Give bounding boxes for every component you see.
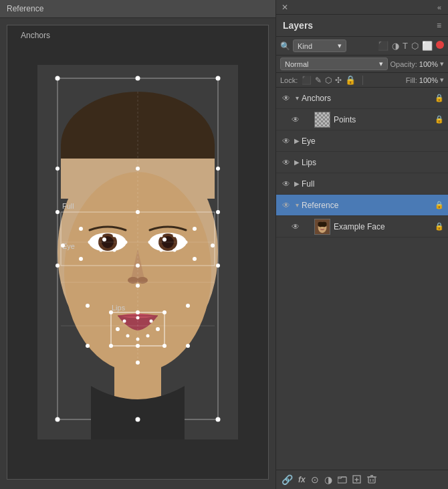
svg-point-13 xyxy=(102,237,106,241)
lock-bar: Lock: ⬛ ✎ ⬡ ✣ 🔒 Fill: 100% ▾ xyxy=(276,73,448,88)
svg-point-34 xyxy=(55,167,60,171)
face-image-wrapper: Full Eye Lips xyxy=(37,65,238,439)
expand-full[interactable]: ▶ xyxy=(292,178,302,190)
fill-value[interactable]: 100% xyxy=(419,76,438,84)
lock-example-face: 🔒 xyxy=(435,222,444,231)
svg-point-51 xyxy=(86,344,90,348)
kind-dropdown[interactable]: Kind ▾ xyxy=(293,39,346,52)
svg-point-63 xyxy=(123,320,126,323)
svg-rect-85 xyxy=(318,221,327,226)
layer-item-points[interactable]: 👁 Points 🔒 xyxy=(276,109,448,130)
kind-label: Kind xyxy=(298,42,312,50)
lock-divider xyxy=(362,76,363,85)
svg-point-72 xyxy=(185,241,188,244)
layer-name-eye: Eye xyxy=(302,136,444,146)
layer-name-anchors: Anchors xyxy=(302,94,435,103)
panel-header: Layers ≡ xyxy=(276,15,448,37)
lock-pixel-icon[interactable]: ⬛ xyxy=(302,76,312,85)
lock-all-icon[interactable]: 🔒 xyxy=(345,75,356,85)
svg-point-61 xyxy=(116,327,120,331)
svg-point-73 xyxy=(100,234,103,237)
svg-point-77 xyxy=(100,249,103,252)
fill-arrow: ▾ xyxy=(440,76,444,84)
new-fill-adjustment-icon[interactable]: ⊙ xyxy=(311,474,319,485)
layer-item-anchors[interactable]: 👁 ▾ Anchors 🔒 xyxy=(276,88,448,109)
lock-artboard-icon[interactable]: ⬡ xyxy=(325,76,332,85)
svg-point-49 xyxy=(86,304,90,308)
thumb-face-svg xyxy=(315,219,330,235)
expand-anchors[interactable]: ▾ xyxy=(292,92,302,104)
lock-move-icon[interactable]: ✣ xyxy=(335,76,342,85)
visibility-full[interactable]: 👁 xyxy=(280,178,292,190)
layer-name-reference: Reference xyxy=(302,201,435,210)
lock-icons: ⬛ ✎ ⬡ ✣ 🔒 xyxy=(302,75,356,85)
opacity-arrow: ▾ xyxy=(440,60,444,68)
svg-point-47 xyxy=(79,257,83,261)
blend-dropdown-arrow: ▾ xyxy=(379,60,383,68)
fx-button[interactable]: fx xyxy=(298,475,306,484)
layer-item-full[interactable]: 👁 ▶ Full xyxy=(276,173,448,195)
shape-filter-icon[interactable]: ⬡ xyxy=(411,41,419,51)
svg-point-45 xyxy=(79,227,83,231)
expand-lips[interactable]: ▶ xyxy=(292,157,302,169)
canvas-area: Anchors xyxy=(7,25,269,480)
visibility-example-face[interactable]: 👁 xyxy=(290,221,302,233)
svg-point-79 xyxy=(160,249,163,252)
expand-reference[interactable]: ▾ xyxy=(292,199,302,211)
layer-name-full: Full xyxy=(302,179,444,189)
svg-point-54 xyxy=(136,284,140,288)
svg-point-31 xyxy=(55,417,60,422)
adjustment-filter-icon[interactable]: ◑ xyxy=(392,41,399,51)
delete-svg xyxy=(367,475,376,484)
panel-title: Reference xyxy=(0,0,275,18)
svg-point-50 xyxy=(186,304,190,308)
visibility-points[interactable]: 👁 xyxy=(290,114,302,126)
layers-title: Layers xyxy=(283,20,313,31)
svg-point-69 xyxy=(88,241,92,244)
svg-point-40 xyxy=(216,264,220,268)
search-icon: 🔍 xyxy=(280,41,290,51)
svg-point-32 xyxy=(136,417,140,422)
blend-mode-dropdown[interactable]: Normal ▾ xyxy=(280,58,388,70)
menu-icon[interactable]: ≡ xyxy=(437,21,441,30)
svg-point-33 xyxy=(216,417,221,422)
layer-name-points: Points xyxy=(334,115,435,124)
smart-filter-icon[interactable]: ⬜ xyxy=(422,41,433,51)
svg-point-78 xyxy=(113,249,116,252)
lock-anchors: 🔒 xyxy=(435,94,444,103)
new-folder-icon[interactable] xyxy=(338,475,347,484)
svg-point-66 xyxy=(136,338,140,341)
expand-eye[interactable]: ▶ xyxy=(292,135,302,147)
lock-points: 🔒 xyxy=(435,115,444,124)
layer-item-reference[interactable]: 👁 ▾ Reference 🔒 xyxy=(276,195,448,216)
new-layer-icon[interactable] xyxy=(352,475,362,484)
svg-point-67 xyxy=(126,334,130,338)
close-button[interactable]: ✕ xyxy=(282,3,288,12)
opacity-label: Opacity: xyxy=(390,60,417,68)
text-filter-icon[interactable]: T xyxy=(403,41,408,51)
right-panel: ✕ « Layers ≡ 🔍 Kind ▾ ⬛ ◑ T ⬡ ⬜ xyxy=(275,0,448,489)
red-status-dot xyxy=(436,41,444,49)
svg-rect-90 xyxy=(368,477,375,483)
svg-point-76 xyxy=(173,234,177,237)
svg-point-48 xyxy=(193,257,197,261)
visibility-reference[interactable]: 👁 xyxy=(280,199,292,211)
lock-position-icon[interactable]: ✎ xyxy=(315,76,322,85)
svg-point-55 xyxy=(109,310,113,314)
svg-point-30 xyxy=(216,76,221,81)
opacity-value[interactable]: 100% xyxy=(419,60,438,68)
layer-item-lips[interactable]: 👁 ▶ Lips xyxy=(276,152,448,173)
new-group-icon[interactable]: ◑ xyxy=(324,474,332,485)
visibility-eye[interactable]: 👁 xyxy=(280,135,292,147)
pixel-filter-icon[interactable]: ⬛ xyxy=(378,41,388,51)
svg-point-74 xyxy=(113,234,116,237)
delete-icon[interactable] xyxy=(367,475,376,484)
layer-item-eye[interactable]: 👁 ▶ Eye xyxy=(276,130,448,152)
layer-item-example-face[interactable]: 👁 Example Face 🔒 xyxy=(276,216,448,237)
expand-button[interactable]: « xyxy=(437,3,443,11)
link-icon[interactable]: 🔗 xyxy=(282,474,293,485)
visibility-lips[interactable]: 👁 xyxy=(280,157,292,169)
svg-point-36 xyxy=(216,167,220,171)
visibility-anchors[interactable]: 👁 xyxy=(280,92,292,104)
svg-point-56 xyxy=(162,310,166,314)
